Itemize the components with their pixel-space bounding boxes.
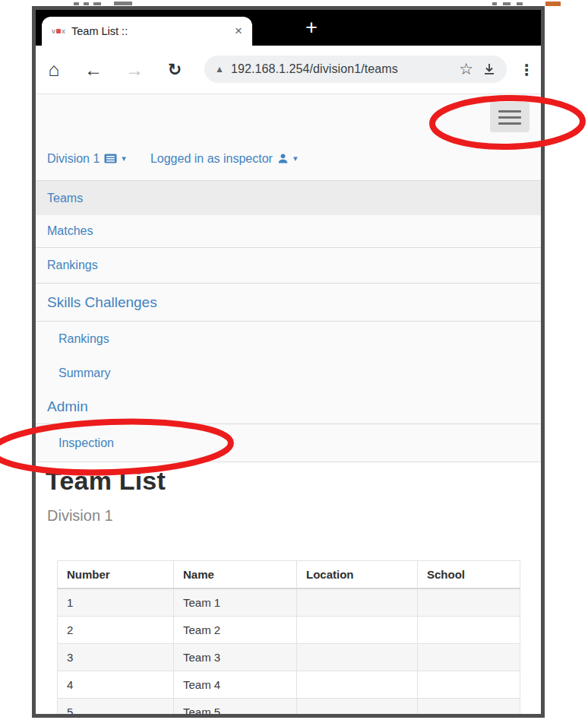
login-status-label: Logged in as inspector bbox=[150, 152, 273, 166]
table-header-row: Number Name Location School bbox=[58, 561, 520, 589]
vex-favicon-icon: vx bbox=[52, 28, 65, 35]
browser-toolbar: ⌂ ← → ↻ ▲ 192.168.1.254/division1/teams … bbox=[36, 46, 541, 94]
table-row: 2Team 2 bbox=[58, 617, 520, 644]
table-row: 5Team 5 bbox=[58, 699, 520, 718]
hamburger-icon bbox=[498, 110, 521, 113]
column-header-school: School bbox=[418, 561, 520, 589]
table-row: 3Team 3 bbox=[58, 644, 520, 671]
status-wifi-fragment bbox=[503, 2, 511, 5]
status-battery-fragment bbox=[545, 2, 561, 6]
division-dropdown[interactable]: Division 1 ▾ bbox=[47, 152, 126, 166]
status-time-fragment bbox=[93, 2, 101, 5]
table-row: 4Team 4 bbox=[58, 671, 520, 699]
team-list-table: Number Name Location School 1Team 1 2Tea… bbox=[57, 560, 520, 718]
not-secure-warning-icon: ▲ bbox=[215, 64, 224, 75]
nav-item-admin[interactable]: Admin bbox=[36, 390, 541, 424]
nav-item-skills-challenges[interactable]: Skills Challenges bbox=[36, 284, 541, 322]
nav-item-skills-summary[interactable]: Summary bbox=[36, 356, 541, 390]
nav-item-inspection[interactable]: Inspection bbox=[36, 424, 541, 462]
tab-strip: vx Team List :: × + bbox=[36, 10, 541, 46]
table-row: 1Team 1 bbox=[58, 588, 520, 617]
forward-icon[interactable]: → bbox=[124, 46, 145, 94]
division-label: Division 1 bbox=[47, 152, 100, 166]
status-signal-fragment bbox=[517, 2, 523, 5]
page-title: Team List bbox=[46, 466, 166, 496]
browser-tab[interactable]: vx Team List :: × bbox=[42, 17, 252, 46]
column-header-location: Location bbox=[297, 561, 418, 589]
status-time-fragment bbox=[84, 2, 89, 5]
nav-item-matches[interactable]: Matches bbox=[36, 215, 541, 248]
status-signal-fragment bbox=[492, 2, 497, 5]
login-dropdown[interactable]: Logged in as inspector ▾ bbox=[150, 152, 298, 166]
annotated-screenshot-page: vx Team List :: × + ⌂ ← → ↻ ▲ 192.168.1.… bbox=[0, 0, 588, 720]
status-time-fragment bbox=[74, 2, 79, 5]
page-subtitle: Division 1 bbox=[47, 507, 113, 525]
browser-window: vx Team List :: × + ⌂ ← → ↻ ▲ 192.168.1.… bbox=[32, 6, 545, 718]
site-menu-button[interactable] bbox=[490, 102, 530, 132]
nav-item-rankings[interactable]: Rankings bbox=[36, 248, 541, 284]
back-icon[interactable]: ← bbox=[83, 46, 104, 94]
nav-header: Division 1 ▾ Logged in as inspector bbox=[36, 137, 541, 180]
nav-item-teams[interactable]: Teams bbox=[36, 180, 541, 215]
tab-title: Team List :: bbox=[71, 25, 232, 37]
url-text[interactable]: 192.168.1.254/division1/teams bbox=[231, 62, 456, 76]
status-notification-fragment bbox=[114, 2, 132, 5]
bookmark-star-icon[interactable]: ☆ bbox=[459, 60, 473, 78]
browser-menu-icon[interactable]: ⋮ bbox=[517, 46, 536, 94]
column-header-number: Number bbox=[58, 561, 174, 589]
reload-icon[interactable]: ↻ bbox=[164, 46, 185, 94]
new-tab-button[interactable]: + bbox=[299, 15, 324, 41]
download-icon[interactable] bbox=[482, 62, 496, 76]
url-bar[interactable]: ▲ 192.168.1.254/division1/teams ☆ bbox=[204, 56, 507, 83]
division-list-icon bbox=[104, 153, 117, 164]
tab-close-icon[interactable]: × bbox=[232, 24, 245, 39]
user-icon bbox=[277, 153, 289, 164]
chevron-down-icon: ▾ bbox=[122, 154, 126, 163]
nav-item-skills-rankings[interactable]: Rankings bbox=[36, 322, 541, 356]
home-icon[interactable]: ⌂ bbox=[43, 46, 65, 94]
chevron-down-icon: ▾ bbox=[293, 154, 298, 163]
column-header-name: Name bbox=[174, 561, 297, 589]
